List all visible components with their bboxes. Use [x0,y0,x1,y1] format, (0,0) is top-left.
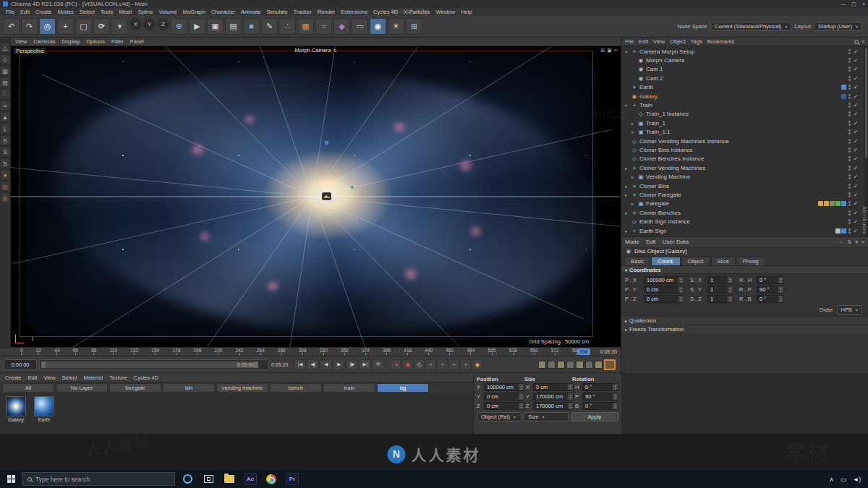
visibility-dots[interactable] [848,49,851,54]
mode-button[interactable]: ◎ [1,194,9,202]
enabled-check-icon[interactable]: ✓ [853,147,859,153]
toolbar-button[interactable]: ✎ [261,18,278,35]
file-explorer-icon[interactable] [220,470,239,488]
record-button[interactable]: ● [391,359,401,370]
enabled-check-icon[interactable]: ✓ [853,75,859,82]
enabled-check-icon[interactable]: ✓ [853,138,859,145]
object-row[interactable]: ▾ + Train ✓ [623,100,864,109]
position-field[interactable]: 0 cm▴▾ [644,295,684,303]
search-icon[interactable] [854,40,859,44]
toolbar-button[interactable]: ▢ [75,18,92,35]
toolbar-button[interactable]: ↶ [3,18,20,35]
enabled-check-icon[interactable]: ✓ [853,155,859,162]
material-item[interactable]: Earth [33,396,56,431]
record-button[interactable]: + [448,359,459,370]
object-manager-menu-item[interactable]: File [625,38,634,45]
visibility-dots[interactable] [848,121,851,126]
stepper-icon[interactable]: ▴▾ [728,277,733,283]
toolbar-button[interactable]: ≈ [315,18,332,35]
record-button[interactable]: + [437,359,448,370]
material-menu-item[interactable]: Select [62,374,77,381]
node-space-dropdown[interactable]: Current (Standard/Physical)▾ [710,22,792,31]
enabled-check-icon[interactable]: ✓ [853,57,859,64]
viewport-menu-item[interactable]: Panel [130,38,144,45]
key-palette-swatch[interactable] [576,361,584,369]
enabled-check-icon[interactable]: ✓ [853,165,859,171]
transport-button[interactable]: |▶ [346,359,358,370]
menu-item[interactable]: Render [315,9,339,15]
timeline-playhead[interactable]: 598 [577,348,590,355]
toolbar-button[interactable]: ◆ [333,18,350,35]
menu-item[interactable]: MoGraph [180,9,208,15]
attribute-mode-tab[interactable]: User Data [663,239,689,245]
attribute-tab[interactable]: Phong [736,257,765,265]
texture-tags[interactable] [835,228,846,234]
texture-tags[interactable] [818,201,846,206]
transport-button[interactable]: ◀ [320,359,332,370]
rotation-field[interactable]: 0 °▴▾ [757,295,784,303]
rotation-field[interactable]: 90 °▴▾ [757,286,784,294]
key-palette-swatch[interactable] [557,361,565,369]
visibility-dots[interactable] [848,111,851,116]
rotation-field[interactable]: 0 °▴▾ [582,383,618,391]
stepper-icon[interactable]: ▴▾ [728,286,733,293]
taskbar-search[interactable]: Type here to search [22,472,175,486]
expand-arrow-icon[interactable]: ▸ [625,228,631,234]
stepper-icon[interactable]: ▴▾ [519,384,524,390]
mode-button[interactable]: ▤ [1,182,9,191]
stepper-icon[interactable]: ▴▾ [568,384,573,390]
transport-button[interactable]: ◀| [307,359,319,370]
material-menu-item[interactable]: Edit [28,374,38,381]
rotation-field[interactable]: 0 °▴▾ [582,402,618,410]
transport-button[interactable]: ▶| [359,359,371,370]
stepper-icon[interactable]: ▴▾ [778,286,783,293]
visibility-dots[interactable] [848,139,851,144]
object-row[interactable]: ▸ ▣ Vending Machine ✓ [623,172,864,181]
attributes-side-tab[interactable]: Attributes [862,206,867,235]
tray-icon[interactable]: ◄) [853,476,861,483]
rotation-field[interactable]: 0 °▴▾ [757,276,784,284]
stepper-icon[interactable]: ▴▾ [778,277,783,283]
visibility-dots[interactable] [848,67,851,72]
camera-label[interactable]: Morph Camera ⇅ [294,47,336,53]
material-menu-item[interactable]: View [43,374,55,381]
stepper-icon[interactable]: ▴▾ [728,296,733,302]
toolbar-button[interactable]: ■ [243,18,260,35]
coord-mode-dropdown[interactable]: Object (Rel)▾ [477,412,522,421]
toolbar-button[interactable]: ⟳ [93,18,110,35]
expand-arrow-icon[interactable]: ▸ [625,210,631,215]
viewport-menu-item[interactable]: Options [86,38,105,45]
attribute-tab[interactable]: Coord. [651,257,681,265]
enabled-check-icon[interactable]: ✓ [853,93,859,100]
menu-item[interactable]: Tracker [291,9,315,15]
record-button[interactable]: + [425,359,436,370]
mode-button[interactable]: △ [1,43,9,52]
view-label[interactable]: Perspective [14,48,46,54]
stepper-icon[interactable]: ▴▾ [519,403,524,409]
position-field[interactable]: 100000 cm▴▾ [644,276,684,284]
tray-icon[interactable]: ▭ [841,476,846,483]
stepper-icon[interactable]: ▴▾ [613,403,618,409]
size-field[interactable]: 0 cm▴▾ [533,383,574,391]
attribute-tab[interactable]: Slice [711,257,736,265]
key-palette-swatch[interactable] [548,361,556,369]
menu-item[interactable]: Mesh [116,9,135,15]
expand-arrow-icon[interactable]: ▾ [625,49,631,54]
enabled-check-icon[interactable]: ✓ [853,183,859,189]
menu-item[interactable]: Simulate [263,9,290,15]
mode-button[interactable]: ∷ [1,90,9,98]
layer-filter-button[interactable]: vending machine [216,383,268,393]
toolbar-button[interactable]: ⊞ [406,18,422,35]
menu-item[interactable]: Tools [98,9,116,15]
expand-arrow-icon[interactable]: ▸ [625,166,631,171]
material-thumbnail[interactable] [34,396,54,416]
toolbar-button[interactable]: ∴ [279,18,296,35]
stepper-icon[interactable]: ▴▾ [678,277,684,283]
viewport-menu-item[interactable]: Filter [111,38,124,45]
material-thumbnail[interactable] [6,396,26,416]
layer-filter-button[interactable]: bg [377,383,429,393]
key-palette-swatch[interactable] [604,359,616,370]
menu-item[interactable]: Animate [238,9,264,15]
viewport-canvas[interactable]: Perspective Morph Camera ⇅ ⊞▣× Grid Spac… [11,46,621,347]
toolbar-button[interactable]: + [57,18,74,35]
